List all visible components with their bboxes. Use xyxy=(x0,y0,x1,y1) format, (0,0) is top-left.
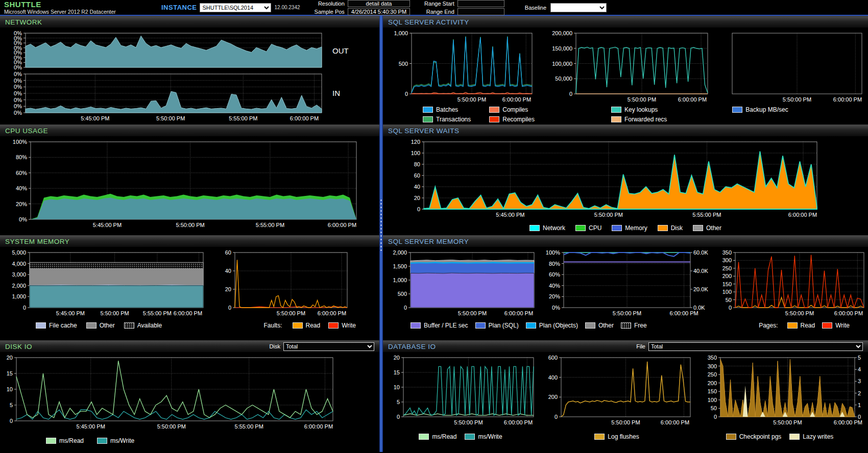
sql-waits-chart[interactable]: 0204060801001205:45:00 PM5:50:00 PM5:55:… xyxy=(403,139,822,219)
rangeend-input[interactable] xyxy=(457,8,504,15)
svg-text:1,000: 1,000 xyxy=(394,30,408,36)
system-memory-chart[interactable]: 01,0002,0003,0004,0005,0005:45:00 PM5:50… xyxy=(3,249,207,318)
svg-text:5:45:00 PM: 5:45:00 PM xyxy=(56,310,85,316)
svg-text:0%: 0% xyxy=(14,30,22,36)
svg-text:4,000: 4,000 xyxy=(12,261,26,267)
rangestart-input[interactable] xyxy=(457,0,504,7)
disk-select[interactable]: Total xyxy=(283,342,374,351)
disk-select-label: Disk xyxy=(270,343,280,349)
svg-text:0: 0 xyxy=(554,414,558,420)
svg-text:5:50:00 PM: 5:50:00 PM xyxy=(773,419,802,425)
svg-text:50: 50 xyxy=(710,405,716,411)
legend-swatch xyxy=(789,434,800,440)
legend-label: Memory xyxy=(625,224,647,232)
svg-text:6:00:00 PM: 6:00:00 PM xyxy=(669,310,698,316)
svg-text:40%: 40% xyxy=(16,185,27,191)
svg-text:500: 500 xyxy=(399,61,408,67)
diskio-legend: ms/Readms/Write xyxy=(0,437,379,444)
backup-chart[interactable]: 5:50:00 PM6:00:00 PM xyxy=(722,30,867,104)
legend-label: File cache xyxy=(49,322,77,329)
panel-title-dbio: DATABASE IO xyxy=(388,343,436,350)
activity-legend-3: Key lookupsForwarded recs xyxy=(611,106,667,123)
rangeend-label: Range End xyxy=(424,9,454,15)
legend-swatch xyxy=(732,107,742,113)
legend-item: Write xyxy=(822,322,850,329)
svg-text:4: 4 xyxy=(858,366,861,372)
legend-item: Checkpoint pgs xyxy=(726,433,782,440)
svg-text:0: 0 xyxy=(417,206,420,212)
panel-title-cpu: CPU USAGE xyxy=(5,127,48,135)
activity-legend-1: BatchesTransactions xyxy=(423,106,471,123)
host-block: SHUTTLE Microsoft Windows Server 2012 R2… xyxy=(4,0,152,15)
legend-item: Recompiles xyxy=(489,116,535,123)
svg-text:200: 200 xyxy=(722,273,732,279)
legend-swatch xyxy=(124,322,134,329)
legend-label: Lazy writes xyxy=(803,433,833,440)
legend-label: Other xyxy=(598,322,614,329)
legend-item: Other xyxy=(585,322,614,329)
cpu-usage-chart[interactable]: 0%20%40%60%80%100%5:45:00 PM5:50:00 PM5:… xyxy=(4,139,361,230)
network-out-chart[interactable]: 0%0%0%0%0%0%0%0% xyxy=(0,30,324,71)
svg-text:80: 80 xyxy=(414,161,420,167)
batches-transactions-chart[interactable]: 05001,0005:50:00 PM6:00:00 PM xyxy=(387,30,536,104)
legend-item: Read xyxy=(787,322,815,329)
svg-text:20: 20 xyxy=(225,286,231,292)
log-flushes-chart[interactable]: 02004006005:50:00 PM6:00:00 PM xyxy=(543,355,694,427)
svg-text:400: 400 xyxy=(548,374,558,381)
legend-label: Network xyxy=(543,224,565,232)
svg-text:20%: 20% xyxy=(16,201,27,207)
svg-text:2,000: 2,000 xyxy=(12,283,26,289)
svg-text:5,000: 5,000 xyxy=(12,249,26,256)
legend-label: ms/Read xyxy=(432,433,456,440)
legend-label: Transactions xyxy=(436,116,471,123)
buffer-hit-chart[interactable]: 0%20%40%60%80%100%0.0K20.0K40.0K60.0K5:5… xyxy=(540,249,713,318)
legend-label: Available xyxy=(137,322,162,329)
panel-dbio: DATABASE IO File Total 051015205:50:00 P… xyxy=(383,340,868,452)
disk-io-chart[interactable]: 051015205:45:00 PM5:50:00 PM5:55:00 PM6:… xyxy=(1,355,338,431)
svg-text:5:50:00 PM: 5:50:00 PM xyxy=(613,310,641,316)
checkpoint-chart[interactable]: 0501001502002503003500123455:50:00 PM6:0… xyxy=(700,355,868,427)
sql-memory-chart[interactable]: 05001,0001,5002,0005:50:00 PM6:00:00 PM xyxy=(385,249,538,318)
legend-item: Available xyxy=(124,322,162,329)
key-lookups-chart[interactable]: 050,000100,000150,000200,0005:50:00 PM6:… xyxy=(543,30,712,104)
legend-swatch xyxy=(526,322,536,329)
svg-text:5: 5 xyxy=(397,399,400,405)
svg-text:6:00:00 PM: 6:00:00 PM xyxy=(502,96,531,103)
baseline-select[interactable] xyxy=(550,3,607,12)
legend-swatch xyxy=(575,225,586,231)
svg-text:10: 10 xyxy=(7,386,13,392)
svg-text:5: 5 xyxy=(858,355,861,361)
file-select[interactable]: Total xyxy=(648,342,863,351)
svg-text:0: 0 xyxy=(404,305,407,311)
splitter[interactable] xyxy=(379,16,383,452)
svg-text:100%: 100% xyxy=(546,249,560,256)
svg-text:350: 350 xyxy=(707,355,716,361)
legend-item: Plan (Objects) xyxy=(526,322,578,329)
pages-chart[interactable]: 0501001502002503003505:50:00 PM6:00:00 P… xyxy=(715,249,868,318)
svg-text:60: 60 xyxy=(414,172,420,179)
legend-label: Write xyxy=(835,322,850,329)
splitter-grip[interactable] xyxy=(380,198,382,251)
rangestart-label: Range Start xyxy=(424,1,454,7)
svg-text:40: 40 xyxy=(414,184,420,190)
network-in-chart[interactable]: 0%0%0%0%0%0%0%5:45:00 PM5:50:00 PM5:55:0… xyxy=(0,71,324,123)
legend-item: ms/Read xyxy=(46,437,84,444)
svg-text:0: 0 xyxy=(729,305,732,311)
svg-text:5:50:00 PM: 5:50:00 PM xyxy=(785,310,814,316)
instance-select[interactable]: SHUTTLE\SQL2014 xyxy=(200,3,271,12)
legend-swatch xyxy=(419,434,429,440)
panel-title-diskio: DISK IO xyxy=(5,343,32,350)
legend-item: Key lookups xyxy=(611,106,667,113)
memory-faults-chart[interactable]: 02040605:50:00 PM6:00:00 PM xyxy=(218,249,351,318)
legend-label: Forwarded recs xyxy=(624,116,667,123)
svg-text:6:00:00 PM: 6:00:00 PM xyxy=(788,212,817,218)
legend-label: Free xyxy=(634,322,647,329)
network-out-label: OUT xyxy=(326,30,379,71)
legend-swatch xyxy=(423,107,433,113)
db-latency-chart[interactable]: 051015205:50:00 PM6:00:00 PM xyxy=(385,355,538,427)
svg-text:150,000: 150,000 xyxy=(552,45,572,52)
svg-text:5:50:00 PM: 5:50:00 PM xyxy=(628,96,656,103)
legend-swatch xyxy=(594,434,605,440)
svg-text:10: 10 xyxy=(394,384,400,390)
legend-swatch xyxy=(423,116,433,122)
